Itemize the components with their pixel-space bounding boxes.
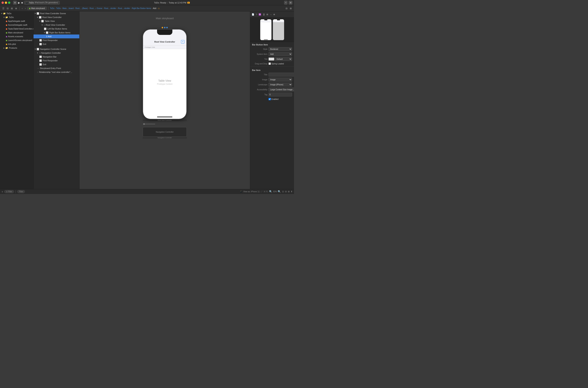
inspector-system-item-row: System Item Add Edit Done xyxy=(250,51,294,57)
bc-7[interactable]: Root....ntroller xyxy=(118,7,130,9)
stop-button[interactable]: ■ xyxy=(21,1,23,4)
library-btn[interactable]: ⊕ xyxy=(273,13,275,16)
bc-5[interactable]: Root....r Scene xyxy=(90,7,103,9)
add-file-btn[interactable]: + xyxy=(1,190,3,193)
outline-entry-point[interactable]: → Storyboard Entry Point xyxy=(34,66,79,70)
zoom-reset-btn[interactable]: ⊟ xyxy=(285,190,287,193)
run-button[interactable]: ▶ xyxy=(18,1,20,4)
outline-add-item[interactable]: ℹ Add xyxy=(34,34,79,38)
shortcut-label: (⌃ ⌘ R) xyxy=(261,191,268,193)
outline-nav-responder[interactable]: ⬜ First Responder xyxy=(34,59,79,63)
nav-products[interactable]: ▶ 📁 Products xyxy=(0,46,33,50)
outline-nav-exit[interactable]: ⬜ Exit xyxy=(34,63,79,66)
spring-loaded-checkbox[interactable] xyxy=(268,63,271,65)
bc-6[interactable]: Root....ntroller xyxy=(104,7,116,9)
close-button[interactable] xyxy=(1,1,4,4)
share-btn[interactable]: ⬆ xyxy=(291,190,292,193)
outline-relationship[interactable]: ○ Relationship "root view controller"... xyxy=(34,70,79,74)
warning-badge[interactable]: 1 xyxy=(187,2,190,4)
nav-launchscreen[interactable]: ◼ LaunchScreen.storyboard xyxy=(0,38,33,42)
nav-ctrl-label: Navigation Controller xyxy=(156,131,174,133)
expand-btn[interactable]: ⊞ xyxy=(288,190,290,193)
outline-root-vc2[interactable]: ▶ ◁ Root View Controller xyxy=(34,23,79,27)
back-nav-btn[interactable]: ‹ xyxy=(21,7,23,10)
navigate-back-btn[interactable]: ⊟ xyxy=(6,7,9,10)
zoom-out-btn[interactable]: 🔍 xyxy=(269,190,272,193)
zoom-fit-btn[interactable]: ⊡ xyxy=(282,190,284,193)
filter-left-btn[interactable]: ⊙ Filter xyxy=(4,190,14,193)
outline-first-responder[interactable]: ⬜ First Responder xyxy=(34,38,79,42)
add-editor-btn[interactable]: ⊞ xyxy=(289,7,292,10)
nav-scenedelegate[interactable]: ◼ SceneDelegate.swift xyxy=(0,23,33,27)
add-button[interactable]: + xyxy=(284,1,287,5)
navctrl-icon: ◁ xyxy=(39,52,41,54)
nav-infoplist[interactable]: ◼ Info.plist xyxy=(0,42,33,46)
status-bar-left: + ⊙ Filter xyxy=(1,190,14,193)
inspector-dragdrop-row: Drag and Drop Spring Loaded xyxy=(250,62,294,66)
identity-inspector-btn[interactable]: 🆔 xyxy=(258,13,262,16)
quick-help-btn[interactable]: ? xyxy=(256,13,257,16)
file-inspector-btn[interactable]: 📄 xyxy=(251,13,255,16)
inspector-tint-select[interactable]: Default xyxy=(275,57,292,61)
inspector-accessibility-select[interactable]: Large Content Size Image... xyxy=(268,88,294,92)
outline-right-items[interactable]: ▶ ⬜ Right Bar Button Items xyxy=(34,31,79,34)
filter-btn[interactable]: ⊕ xyxy=(14,7,18,10)
nav-group-todo[interactable]: ▶ 📁 ToDo xyxy=(0,15,33,19)
preview-home-2 xyxy=(273,39,284,40)
sidebar-toggle-button[interactable]: ⊞ xyxy=(13,1,17,5)
connections-inspector-btn[interactable]: → xyxy=(269,13,272,16)
outline-nav-ctrl[interactable]: ▶ ◁ Navigation Controller xyxy=(34,51,79,55)
outline-left-items[interactable]: ⬜ Left Bar Button Items xyxy=(34,27,79,31)
title-bar: ⊞ ▶ ■ 📱 ToDo iPod touch (7th generation)… xyxy=(0,0,294,5)
bc-warning: ⚠ xyxy=(158,7,160,9)
nav-appdelegate[interactable]: ◼ AppDelegate.swift xyxy=(0,19,33,23)
inspector-style-select[interactable]: Bordered Plain Done xyxy=(268,47,292,51)
outline-root-vc[interactable]: ▶ ⬜ Root View Controller xyxy=(34,15,79,19)
size-inspector-btn[interactable]: ⊞ xyxy=(266,13,268,16)
root-vc-scene-box: Root View Controller + Prototype Cells T… xyxy=(143,27,187,121)
layout-button[interactable]: ⊞ xyxy=(289,1,292,5)
outline-tableview[interactable]: ▶ ⬜ Table View xyxy=(34,19,79,23)
file-tab[interactable]: ◼ Main.storyboard xyxy=(27,7,47,10)
outline-nav-scene[interactable]: ▶ ⬜ Navigation Controller Scene xyxy=(34,47,79,51)
canvas-area[interactable]: Main storyboard Root View Controller + xyxy=(80,11,250,189)
inspector-title-input[interactable] xyxy=(268,73,294,76)
outline-root-vc2-label: Root View Controller xyxy=(46,24,65,26)
nav-root-todo[interactable]: ▶ 📁 ToDo xyxy=(0,11,33,15)
connection-arrow-svg xyxy=(142,120,157,128)
inspector-tint-row: Tint Default xyxy=(250,57,294,62)
inspector-landscape-row: Landscape Image (iPhone) xyxy=(250,82,294,87)
maximize-button[interactable] xyxy=(8,1,10,4)
bc-8[interactable]: Right Bar Button Items xyxy=(132,7,151,9)
inspector-tag-label: Tag xyxy=(252,94,267,96)
inspector-image-select[interactable]: Image xyxy=(268,78,292,81)
bc-1[interactable]: ToDo xyxy=(50,7,54,9)
outline-exit[interactable]: ⬜ Exit xyxy=(34,42,79,46)
filter-right-btn[interactable]: Filter xyxy=(17,190,25,193)
tableview-icon: ⬜ xyxy=(41,20,44,23)
forward-nav-btn[interactable]: › xyxy=(24,7,26,10)
status-bar-right: 📱 View as: iPhone 11 (⌃ ⌘ R) 🔍 63% 🔍 ⊡ ⊟… xyxy=(240,190,292,193)
outline-nav-bar[interactable]: ⬜ Navigation Bar xyxy=(34,55,79,59)
inspector-system-item-select[interactable]: Add Edit Done xyxy=(268,52,292,56)
outline-root-scene[interactable]: ▶ ⬜ Root View Controller Scene xyxy=(34,11,79,15)
enabled-checkbox[interactable] xyxy=(268,98,271,100)
bc-4[interactable]: Root.....(Base) xyxy=(75,7,88,9)
device-icon: 📱 xyxy=(240,191,242,193)
tint-color-swatch[interactable] xyxy=(268,57,274,61)
zoom-in-btn[interactable]: 🔍 xyxy=(278,190,281,193)
attributes-inspector-btn[interactable]: 🎛 xyxy=(262,13,265,16)
navigate-forward-btn[interactable]: ⊞ xyxy=(10,7,14,10)
editor-options-btn[interactable]: ⊟ xyxy=(285,7,288,10)
bc-3[interactable]: Main....board xyxy=(63,7,74,9)
preview-phone-2 xyxy=(273,19,284,40)
minimize-button[interactable] xyxy=(5,1,7,4)
sidebar-hide-btn[interactable]: ☰ xyxy=(1,7,5,10)
bc-2[interactable]: ToDo xyxy=(56,7,61,9)
nav-taskstablevc[interactable]: ◼ TasksTableViewController.swift xyxy=(0,27,33,31)
scheme-selector[interactable]: 📱 ToDo iPod touch (7th generation) xyxy=(24,1,60,5)
inspector-landscape-select[interactable]: Image (iPhone) xyxy=(268,83,292,86)
nav-assets[interactable]: ◼ Assets.xcassets xyxy=(0,34,33,38)
nav-mainstoryboard[interactable]: ◼ Main.storyboard xyxy=(0,31,33,34)
inspector-tag-input[interactable] xyxy=(268,93,292,97)
